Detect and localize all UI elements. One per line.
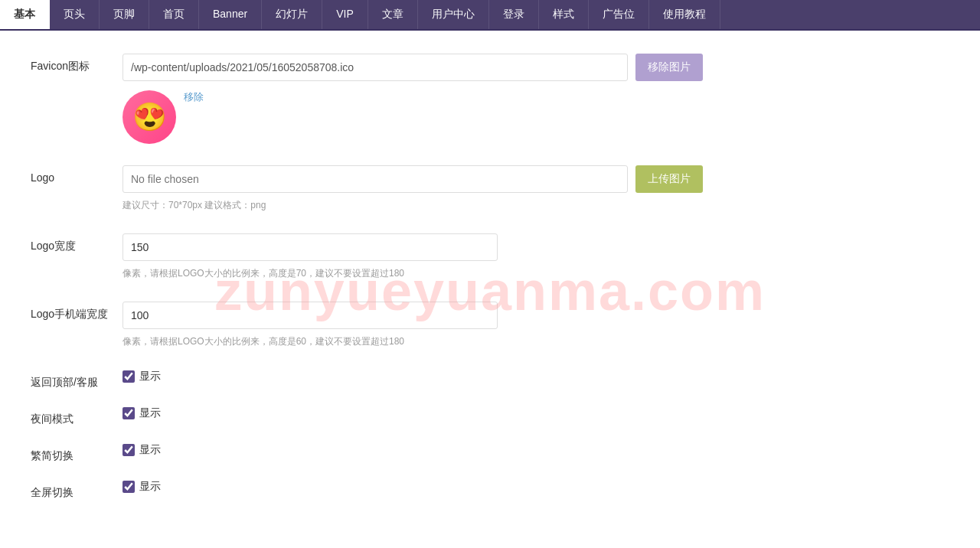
tab-header[interactable]: 页头 <box>50 0 100 29</box>
tab-ad[interactable]: 广告位 <box>589 0 649 29</box>
night-mode-row: 夜间模式 显示 <box>31 406 949 426</box>
logo-row: Logo 上传图片 建议尺寸：70*70px 建议格式：png <box>31 165 949 212</box>
tab-footer[interactable]: 页脚 <box>100 0 149 29</box>
back-to-top-checkbox[interactable] <box>122 370 135 383</box>
simplified-traditional-checkbox-label: 显示 <box>139 443 161 457</box>
tab-basic[interactable]: 基本 <box>0 0 50 29</box>
simplified-traditional-checkbox[interactable] <box>122 444 135 456</box>
favicon-remove-link[interactable]: 移除 <box>184 90 204 104</box>
favicon-remove-button[interactable]: 移除图片 <box>635 54 703 81</box>
tab-user-center[interactable]: 用户中心 <box>418 0 489 29</box>
fullscreen-row: 全屏切换 显示 <box>31 480 949 500</box>
logo-input-row: 上传图片 <box>122 165 949 193</box>
logo-mobile-width-hint: 像素，请根据LOGO大小的比例来，高度是60，建议不要设置超过180 <box>122 335 949 348</box>
content-area: zunyueyuanma.com Favicon图标 移除图片 😍 移除 Log… <box>0 31 980 548</box>
tab-home[interactable]: 首页 <box>149 0 199 29</box>
fullscreen-controls: 显示 <box>122 480 949 494</box>
night-mode-label: 夜间模式 <box>31 406 122 426</box>
favicon-row: Favicon图标 移除图片 😍 移除 <box>31 54 949 144</box>
logo-upload-button[interactable]: 上传图片 <box>635 165 703 193</box>
logo-mobile-width-row: Logo手机端宽度 像素，请根据LOGO大小的比例来，高度是60，建议不要设置超… <box>31 302 949 348</box>
night-mode-checkbox[interactable] <box>122 407 135 419</box>
tab-article[interactable]: 文章 <box>368 0 418 29</box>
logo-width-controls: 像素，请根据LOGO大小的比例来，高度是70，建议不要设置超过180 <box>122 233 949 280</box>
back-to-top-label: 返回顶部/客服 <box>31 370 122 390</box>
favicon-input[interactable] <box>122 54 628 81</box>
back-to-top-checkbox-row: 显示 <box>122 370 949 383</box>
tab-tutorial[interactable]: 使用教程 <box>649 0 720 29</box>
tab-slideshow[interactable]: 幻灯片 <box>262 0 322 29</box>
logo-mobile-width-controls: 像素，请根据LOGO大小的比例来，高度是60，建议不要设置超过180 <box>122 302 949 348</box>
logo-mobile-width-input[interactable] <box>122 302 498 329</box>
simplified-traditional-checkbox-row: 显示 <box>122 443 949 457</box>
logo-width-row: Logo宽度 像素，请根据LOGO大小的比例来，高度是70，建议不要设置超过18… <box>31 233 949 280</box>
back-to-top-checkbox-label: 显示 <box>139 370 161 383</box>
back-to-top-controls: 显示 <box>122 370 949 383</box>
favicon-emoji: 😍 <box>132 101 167 133</box>
favicon-controls: 移除图片 😍 移除 <box>122 54 949 144</box>
back-to-top-row: 返回顶部/客服 显示 <box>31 370 949 390</box>
logo-width-label: Logo宽度 <box>31 233 122 253</box>
fullscreen-checkbox-label: 显示 <box>139 480 161 494</box>
logo-hint: 建议尺寸：70*70px 建议格式：png <box>122 199 949 212</box>
fullscreen-checkbox[interactable] <box>122 481 135 493</box>
simplified-traditional-row: 繁简切换 显示 <box>31 443 949 463</box>
tab-bar: 基本 页头 页脚 首页 Banner 幻灯片 VIP 文章 用户中心 登录 样式… <box>0 0 980 31</box>
simplified-traditional-label: 繁简切换 <box>31 443 122 463</box>
tab-login[interactable]: 登录 <box>489 0 539 29</box>
favicon-label: Favicon图标 <box>31 54 122 73</box>
logo-input[interactable] <box>122 165 628 193</box>
favicon-input-row: 移除图片 <box>122 54 949 81</box>
tab-banner[interactable]: Banner <box>199 0 262 29</box>
tab-vip[interactable]: VIP <box>322 0 368 29</box>
favicon-preview-area: 😍 移除 <box>122 90 949 144</box>
night-mode-controls: 显示 <box>122 406 949 420</box>
fullscreen-label: 全屏切换 <box>31 480 122 500</box>
logo-width-hint: 像素，请根据LOGO大小的比例来，高度是70，建议不要设置超过180 <box>122 267 949 280</box>
fullscreen-checkbox-row: 显示 <box>122 480 949 494</box>
night-mode-checkbox-label: 显示 <box>139 406 161 420</box>
night-mode-checkbox-row: 显示 <box>122 406 949 420</box>
logo-width-input[interactable] <box>122 233 498 261</box>
tab-style[interactable]: 样式 <box>539 0 589 29</box>
simplified-traditional-controls: 显示 <box>122 443 949 457</box>
logo-controls: 上传图片 建议尺寸：70*70px 建议格式：png <box>122 165 949 212</box>
logo-label: Logo <box>31 165 122 184</box>
favicon-preview-image: 😍 <box>122 90 176 144</box>
logo-mobile-width-label: Logo手机端宽度 <box>31 302 122 321</box>
